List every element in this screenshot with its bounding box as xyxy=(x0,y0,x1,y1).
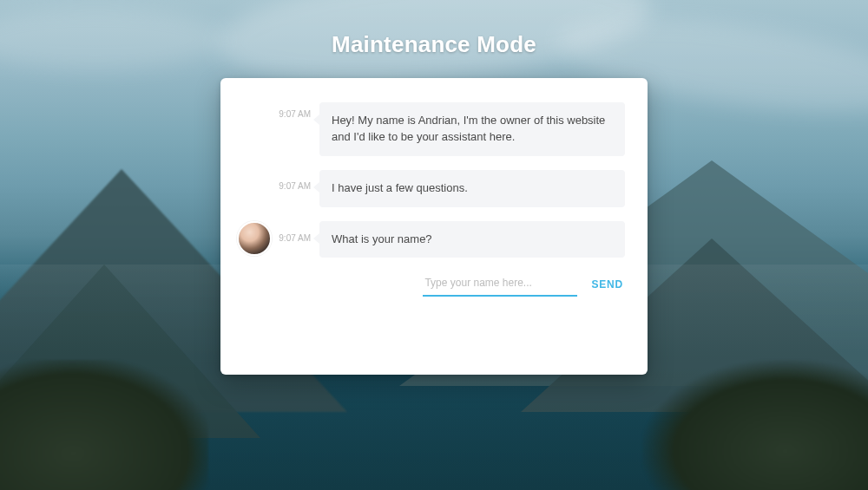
message-bubble: Hey! My name is Andrian, I'm the owner o… xyxy=(319,102,625,156)
chat-message: 9:07 AM I have just a few questions. xyxy=(240,170,625,207)
page-title: Maintenance Mode xyxy=(0,31,868,58)
message-timestamp: 9:07 AM xyxy=(279,233,311,243)
message-timestamp: 9:07 AM xyxy=(279,181,311,191)
send-button[interactable]: SEND xyxy=(589,273,625,296)
chat-card: 9:07 AM Hey! My name is Andrian, I'm the… xyxy=(220,78,648,375)
chat-input-row: SEND xyxy=(240,271,625,297)
chat-message: 9:07 AM Hey! My name is Andrian, I'm the… xyxy=(240,102,625,156)
message-bubble: I have just a few questions. xyxy=(319,170,625,207)
avatar xyxy=(237,221,272,256)
message-timestamp: 9:07 AM xyxy=(279,109,311,119)
message-bubble: What is your name? xyxy=(319,221,625,258)
name-input[interactable] xyxy=(423,271,577,297)
chat-message: 9:07 AM What is your name? xyxy=(240,221,625,258)
